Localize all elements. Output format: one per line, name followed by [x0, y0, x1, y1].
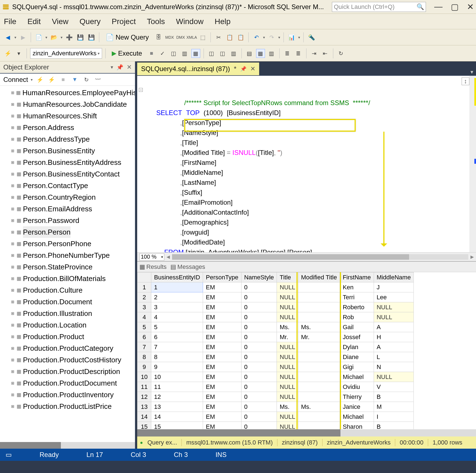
- table-cell[interactable]: 14: [137, 412, 151, 422]
- menu-help[interactable]: Help: [215, 17, 231, 26]
- expand-icon[interactable]: ⊞: [11, 215, 15, 226]
- tree-node[interactable]: ⊞▦HumanResources.Shift: [11, 110, 135, 122]
- table-cell[interactable]: 8: [151, 352, 203, 362]
- table-cell[interactable]: Thierry: [340, 392, 374, 402]
- table-cell[interactable]: 3: [137, 302, 151, 312]
- table-cell[interactable]: 0: [241, 342, 277, 352]
- tree-node[interactable]: ⊞▦Production.ProductCategory: [11, 342, 135, 354]
- table-cell[interactable]: Dylan: [340, 342, 374, 352]
- results-tab[interactable]: ▦Results: [139, 263, 167, 271]
- table-cell[interactable]: A: [374, 342, 414, 352]
- tree-node[interactable]: ⊞▦HumanResources.JobCandidate: [11, 98, 135, 110]
- expand-icon[interactable]: ⊞: [11, 191, 15, 203]
- pin-icon[interactable]: 📌: [116, 64, 123, 71]
- table-cell[interactable]: [298, 312, 340, 322]
- table-cell[interactable]: 10: [137, 372, 151, 382]
- table-cell[interactable]: NULL: [277, 422, 298, 430]
- table-row[interactable]: 66EM0Mr.Mr.JossefH: [137, 332, 414, 342]
- table-cell[interactable]: Gail: [340, 322, 374, 332]
- refresh-icon[interactable]: ↻: [82, 75, 91, 84]
- tree-node[interactable]: ⊞▦Production.ProductDescription: [11, 366, 135, 377]
- mdx-query-icon[interactable]: MDX: [165, 33, 174, 42]
- expand-icon[interactable]: ⊞: [11, 366, 15, 377]
- database-combo[interactable]: zinzin_AdventureWorks ▾: [30, 48, 102, 59]
- table-cell[interactable]: [298, 382, 340, 392]
- outline-collapse-icon[interactable]: −: [139, 88, 143, 92]
- table-cell[interactable]: 0: [241, 422, 277, 430]
- table-row[interactable]: 99EM0NULLGigiN: [137, 362, 414, 372]
- tree-node[interactable]: ⊞▦Production.ProductDocument: [11, 377, 135, 389]
- scroll-left-icon[interactable]: ◀: [167, 254, 170, 259]
- expand-icon[interactable]: ⊞: [11, 168, 15, 180]
- table-cell[interactable]: L: [374, 352, 414, 362]
- editor-tab-active[interactable]: SQLQuery4.sql...inzinsql (87))* 📌 ✕: [137, 63, 259, 75]
- expand-icon[interactable]: ⊞: [11, 110, 15, 122]
- table-cell[interactable]: [298, 412, 340, 422]
- tree-node[interactable]: ⊞▦Production.Product: [11, 331, 135, 342]
- table-cell[interactable]: [298, 352, 340, 362]
- tree-node[interactable]: ⊞▦Person.PhoneNumberType: [11, 250, 135, 261]
- db-engine-query-icon[interactable]: 🗄: [154, 33, 163, 42]
- tab-overflow-icon[interactable]: ▾: [468, 69, 476, 75]
- tree-node[interactable]: ⊞▦Person.Address: [11, 122, 135, 133]
- save-icon[interactable]: 💾: [76, 33, 85, 42]
- expand-icon[interactable]: ⊞: [11, 296, 15, 308]
- table-cell[interactable]: NULL: [277, 392, 298, 402]
- table-cell[interactable]: 1: [151, 282, 203, 292]
- table-cell[interactable]: NULL: [277, 352, 298, 362]
- expand-icon[interactable]: ⊞: [11, 377, 15, 389]
- results-to-grid-icon[interactable]: ▦: [256, 49, 265, 58]
- table-row[interactable]: 1010EM0NULLMichaelNULL: [137, 372, 414, 382]
- include-stats-icon[interactable]: ◫: [207, 49, 216, 58]
- table-row[interactable]: 1313EM0Ms.Ms.JaniceM: [137, 402, 414, 412]
- table-row[interactable]: 44EM0NULLRobNULL: [137, 312, 414, 322]
- outdent-icon[interactable]: ⇤: [321, 49, 330, 58]
- expand-icon[interactable]: ⊞: [11, 319, 15, 331]
- table-cell[interactable]: 0: [241, 372, 277, 382]
- table-cell[interactable]: 7: [137, 342, 151, 352]
- table-cell[interactable]: Jossef: [340, 332, 374, 342]
- results-to-file-icon[interactable]: ▥: [267, 49, 276, 58]
- tree-node[interactable]: ⊞▦Person.BusinessEntityAddress: [11, 157, 135, 168]
- expand-icon[interactable]: ⊞: [11, 226, 15, 238]
- scroll-right-icon[interactable]: ▶: [470, 254, 474, 259]
- query-options-icon[interactable]: ▥: [180, 49, 189, 58]
- tree-node[interactable]: ⊞▦Person.BusinessEntity: [11, 145, 135, 157]
- table-cell[interactable]: 10: [151, 372, 203, 382]
- table-cell[interactable]: [298, 302, 340, 312]
- table-cell[interactable]: NULL: [277, 292, 298, 302]
- expand-icon[interactable]: ⊞: [11, 145, 15, 157]
- connection-icon[interactable]: ⚡: [3, 49, 12, 58]
- table-cell[interactable]: 1: [137, 282, 151, 292]
- expand-icon[interactable]: ⊞: [11, 122, 15, 133]
- specify-values-icon[interactable]: ↻: [337, 49, 345, 58]
- table-row[interactable]: 1111EM0NULLOvidiuV: [137, 382, 414, 392]
- table-cell[interactable]: 14: [151, 412, 203, 422]
- table-cell[interactable]: B: [374, 422, 414, 430]
- table-cell[interactable]: 4: [137, 312, 151, 322]
- tree-node[interactable]: ⊞▦Production.Illustration: [11, 308, 135, 319]
- table-cell[interactable]: 0: [241, 412, 277, 422]
- table-cell[interactable]: EM: [203, 362, 241, 372]
- scrollbar-thumb[interactable]: [137, 429, 340, 436]
- table-row[interactable]: 22EM0NULLTerriLee: [137, 292, 414, 302]
- table-cell[interactable]: 0: [241, 292, 277, 302]
- table-cell[interactable]: EM: [203, 322, 241, 332]
- table-row[interactable]: 1414EM0NULLMichaelI: [137, 412, 414, 422]
- panel-close-icon[interactable]: ✕: [127, 64, 132, 71]
- table-cell[interactable]: B: [374, 392, 414, 402]
- redo-icon[interactable]: ↷: [267, 33, 276, 42]
- results-to-text-icon[interactable]: ▤: [245, 49, 254, 58]
- table-cell[interactable]: [298, 282, 340, 292]
- table-row[interactable]: 88EM0NULLDianeL: [137, 352, 414, 362]
- tree-node[interactable]: ⊞▦HumanResources.EmployeePayHistory: [11, 87, 135, 98]
- table-cell[interactable]: I: [374, 412, 414, 422]
- table-cell[interactable]: Ms.: [277, 402, 298, 412]
- scrollbar-thumb[interactable]: [172, 254, 409, 260]
- table-cell[interactable]: Ms.: [298, 402, 340, 412]
- table-cell[interactable]: [298, 342, 340, 352]
- table-cell[interactable]: 0: [241, 402, 277, 412]
- table-cell[interactable]: 5: [137, 322, 151, 332]
- disconnect-icon[interactable]: ⚡: [47, 75, 56, 84]
- table-cell[interactable]: 12: [137, 392, 151, 402]
